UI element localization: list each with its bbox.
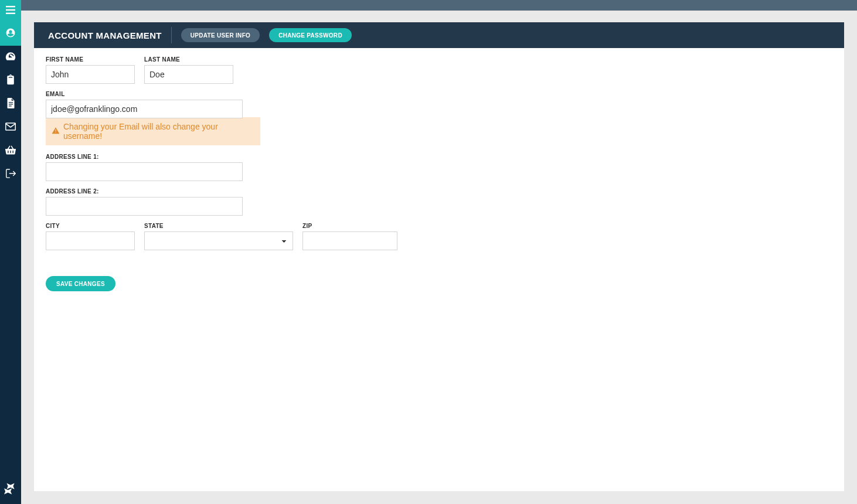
svg-rect-1 (6, 9, 15, 11)
clipboard-icon (6, 74, 15, 87)
email-warning: Changing your Email will also change you… (46, 117, 260, 145)
svg-rect-2 (6, 13, 15, 14)
brand-logo (0, 476, 21, 504)
sidebar-item-logout[interactable] (0, 163, 21, 186)
tab-change-password[interactable]: CHANGE PASSWORD (269, 28, 352, 42)
sidebar (0, 0, 21, 504)
sidebar-item-dashboard[interactable] (0, 46, 21, 69)
last-name-label: LAST NAME (144, 56, 233, 63)
sidebar-item-account[interactable] (0, 22, 21, 46)
email-warning-text: Changing your Email will also change you… (63, 122, 254, 141)
envelope-icon (5, 122, 16, 133)
address2-input[interactable] (46, 197, 243, 216)
email-input[interactable] (46, 100, 243, 118)
menu-toggle[interactable] (0, 0, 21, 22)
logo-icon (4, 483, 17, 497)
first-name-input[interactable] (46, 65, 135, 84)
topbar (21, 0, 857, 11)
zip-input[interactable] (302, 231, 397, 250)
user-circle-icon (5, 28, 16, 40)
file-icon (6, 98, 15, 111)
workspace: ACCOUNT MANAGEMENT UPDATE USER INFO CHAN… (21, 11, 857, 504)
panel-header: ACCOUNT MANAGEMENT UPDATE USER INFO CHAN… (34, 22, 844, 48)
account-panel: ACCOUNT MANAGEMENT UPDATE USER INFO CHAN… (34, 22, 844, 491)
address2-label: ADDRESS LINE 2: (46, 188, 243, 195)
first-name-label: FIRST NAME (46, 56, 135, 63)
zip-label: ZIP (302, 223, 397, 229)
panel-title: ACCOUNT MANAGEMENT (48, 30, 162, 40)
gauge-icon (5, 51, 16, 64)
email-label: EMAIL (46, 91, 243, 97)
city-label: CITY (46, 223, 135, 229)
state-select[interactable] (144, 231, 293, 250)
sidebar-item-cart[interactable] (0, 139, 21, 163)
sign-out-icon (6, 169, 16, 181)
sidebar-nav (0, 22, 21, 186)
sidebar-item-messages[interactable] (0, 116, 21, 139)
tab-update-user-info[interactable]: UPDATE USER INFO (181, 28, 260, 42)
sidebar-item-document[interactable] (0, 93, 21, 116)
header-divider (171, 27, 172, 43)
address1-input[interactable] (46, 162, 243, 181)
hamburger-icon (6, 6, 15, 16)
panel-body: FIRST NAME LAST NAME EMAIL Changing your (34, 48, 844, 491)
state-label: STATE (144, 223, 293, 229)
save-changes-button[interactable]: SAVE CHANGES (46, 276, 115, 291)
last-name-input[interactable] (144, 65, 233, 84)
svg-rect-0 (6, 6, 15, 7)
warning-icon (52, 127, 60, 137)
city-input[interactable] (46, 231, 135, 250)
basket-icon (5, 145, 16, 157)
address1-label: ADDRESS LINE 1: (46, 154, 243, 160)
sidebar-item-clipboard[interactable] (0, 69, 21, 93)
